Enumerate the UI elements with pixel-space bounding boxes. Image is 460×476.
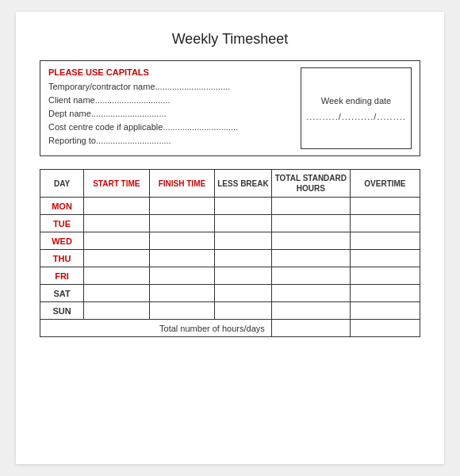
header-finish-time: FINISH TIME: [149, 170, 215, 198]
data-cell[interactable]: [350, 302, 420, 320]
data-cell[interactable]: [350, 198, 420, 215]
data-cell[interactable]: [271, 232, 350, 250]
total-row: Total number of hours/days: [40, 320, 420, 337]
data-cell[interactable]: [215, 250, 272, 267]
data-cell[interactable]: [215, 232, 272, 250]
data-cell[interactable]: [271, 285, 350, 302]
data-cell[interactable]: [350, 250, 420, 267]
data-cell[interactable]: [271, 302, 350, 320]
table-row: TUE: [40, 215, 420, 232]
data-cell[interactable]: [215, 267, 272, 285]
field-cost-centre: Cost centre code if applicable..........…: [48, 122, 291, 132]
week-ending-label: Week ending date: [321, 96, 391, 106]
field-client-name: Client name.............................…: [48, 95, 291, 105]
data-cell[interactable]: [84, 215, 150, 232]
day-cell-mon: MON: [40, 198, 84, 215]
data-cell[interactable]: [215, 198, 272, 215]
info-left: PLEASE USE CAPITALS Temporary/contractor…: [48, 67, 291, 149]
data-cell[interactable]: [215, 215, 272, 232]
day-cell-thu: THU: [40, 250, 84, 267]
week-ending-date: ........../........../.........: [306, 112, 406, 121]
header-day: DAY: [40, 170, 84, 198]
week-ending-box: Week ending date ........../........../.…: [301, 67, 412, 149]
day-cell-fri: FRI: [40, 267, 84, 285]
timesheet-table: DAY START TIME FINISH TIME LESS BREAK TO…: [40, 169, 420, 337]
day-cell-wed: WED: [40, 232, 84, 250]
data-cell[interactable]: [149, 215, 215, 232]
data-cell[interactable]: [149, 267, 215, 285]
day-cell-sat: SAT: [40, 285, 84, 302]
data-cell[interactable]: [149, 302, 215, 320]
table-row: WED: [40, 232, 420, 250]
data-cell[interactable]: [84, 285, 150, 302]
total-data-cell[interactable]: [271, 320, 350, 337]
data-cell[interactable]: [350, 267, 420, 285]
day-cell-tue: TUE: [40, 215, 84, 232]
field-temp-contractor: Temporary/contractor name...............…: [48, 82, 291, 91]
table-row: MON: [40, 198, 420, 215]
field-dept-name: Dept name...............................: [48, 109, 291, 118]
total-label: Total number of hours/days: [40, 320, 272, 337]
total-data-cell[interactable]: [350, 320, 420, 337]
header-overtime: OVERTIME: [350, 170, 420, 198]
table-row: SUN: [40, 302, 420, 320]
data-cell[interactable]: [271, 250, 350, 267]
field-reporting-to: Reporting to............................…: [48, 136, 291, 145]
please-use-capitals: PLEASE USE CAPITALS: [48, 67, 291, 77]
data-cell[interactable]: [149, 232, 215, 250]
header-start-time: START TIME: [84, 170, 150, 198]
header-total-standard-hours: TOTAL STANDARD HOURS: [271, 170, 350, 198]
data-cell[interactable]: [149, 285, 215, 302]
data-cell[interactable]: [84, 250, 150, 267]
data-cell[interactable]: [215, 302, 272, 320]
table-row: FRI: [40, 267, 420, 285]
table-row: THU: [40, 250, 420, 267]
data-cell[interactable]: [84, 302, 150, 320]
data-cell[interactable]: [84, 198, 150, 215]
header-less-break: LESS BREAK: [215, 170, 272, 198]
data-cell[interactable]: [84, 267, 150, 285]
data-cell[interactable]: [215, 285, 272, 302]
page-title: Weekly Timesheet: [40, 31, 420, 48]
data-cell[interactable]: [350, 232, 420, 250]
data-cell[interactable]: [350, 215, 420, 232]
data-cell[interactable]: [271, 215, 350, 232]
data-cell[interactable]: [350, 285, 420, 302]
info-box: PLEASE USE CAPITALS Temporary/contractor…: [40, 60, 420, 156]
data-cell[interactable]: [149, 250, 215, 267]
data-cell[interactable]: [271, 198, 350, 215]
day-cell-sun: SUN: [40, 302, 84, 320]
data-cell[interactable]: [149, 198, 215, 215]
page: Weekly Timesheet PLEASE USE CAPITALS Tem…: [16, 12, 444, 464]
data-cell[interactable]: [84, 232, 150, 250]
table-row: SAT: [40, 285, 420, 302]
data-cell[interactable]: [271, 267, 350, 285]
